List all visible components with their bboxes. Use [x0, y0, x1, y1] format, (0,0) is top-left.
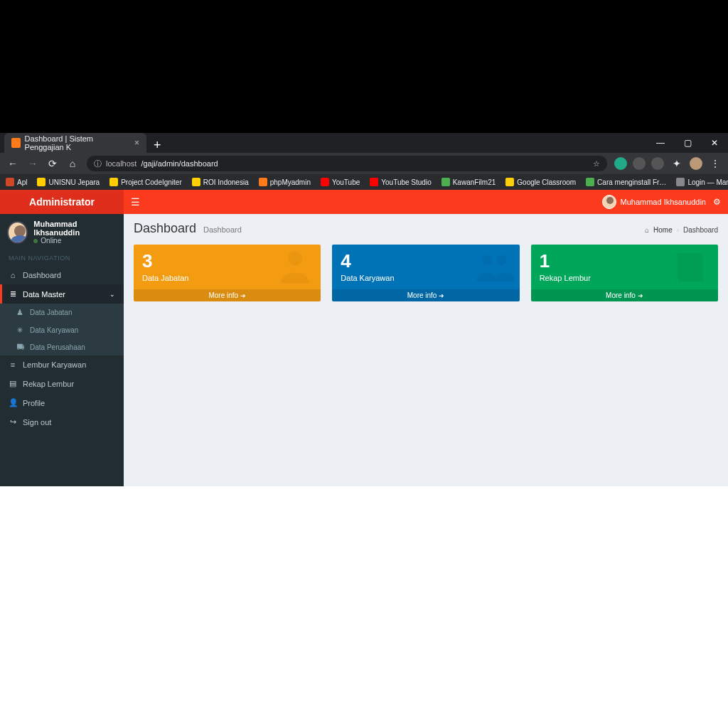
bookmark-item[interactable]: Google Classroom	[505, 178, 576, 186]
window-close-button[interactable]: ✕	[701, 133, 728, 153]
bookmark-favicon-icon	[37, 178, 46, 186]
browser-address-bar: ← → ⟳ ⌂ ⓘ localhost/gaji/admin/dashboard…	[0, 153, 728, 174]
star-icon[interactable]: ☆	[593, 159, 600, 168]
browser-tabbar: Dashboard | Sistem Penggajian K × +	[0, 133, 728, 153]
ext-icon[interactable]	[633, 157, 646, 170]
sidebar-item-label: Data Perusahaan	[30, 343, 85, 351]
url-input[interactable]: ⓘ localhost/gaji/admin/dashboard ☆	[87, 156, 607, 171]
info-icon: ⓘ	[94, 159, 102, 169]
home-icon: ⌂	[645, 226, 649, 234]
tab-title: Dashboard | Sistem Penggajian K	[25, 134, 130, 151]
url-path: /gaji/admin/dashboard	[141, 159, 218, 168]
menu-icon: ⛯	[16, 326, 24, 334]
browser-menu-icon[interactable]: ⋮	[707, 155, 724, 172]
sidebar-item-label: Data Master	[23, 290, 65, 299]
bookmark-favicon-icon	[321, 178, 329, 186]
extensions-icon[interactable]: ✦	[668, 155, 685, 172]
navbar-user-menu[interactable]: Muhammad Ikhsanuddin	[602, 195, 706, 209]
sidebar-username: Muhammad Ikhsanuddin	[33, 220, 117, 237]
menu-icon: ♟	[16, 308, 24, 317]
sidebar-item-data-master[interactable]: ≣Data Master⌄	[0, 284, 124, 304]
menu-icon: ⌂	[9, 271, 17, 279]
book-icon	[671, 246, 714, 289]
bookmark-item[interactable]: Login — Manajeme…	[676, 178, 728, 186]
more-info-link[interactable]: More info ➜	[531, 289, 718, 301]
bookmark-favicon-icon	[505, 178, 514, 186]
sidebar-item-label: Profile	[23, 399, 45, 407]
more-info-link[interactable]: More info ➜	[134, 289, 321, 301]
sidebar-item-sign-out[interactable]: ↪Sign out	[0, 412, 124, 432]
bookmark-favicon-icon	[586, 178, 594, 186]
nav-forward-icon[interactable]: →	[24, 155, 41, 172]
bookmark-favicon-icon	[192, 178, 200, 186]
browser-chrome: Dashboard | Sistem Penggajian K × + ― ▢ …	[0, 0, 728, 176]
bookmark-item[interactable]: phpMyadmin	[259, 178, 311, 186]
browser-tab-active[interactable]: Dashboard | Sistem Penggajian K ×	[4, 133, 146, 153]
breadcrumb: ⌂ Home › Dashboard	[645, 226, 718, 234]
sidebar-item-dashboard[interactable]: ⌂Dashboard	[0, 266, 124, 284]
nav-home-icon[interactable]: ⌂	[64, 155, 81, 172]
arrow-right-icon: ➜	[240, 292, 246, 299]
breadcrumb-current: Dashboard	[683, 226, 718, 234]
ext-icon[interactable]	[614, 157, 627, 170]
bookmark-item[interactable]: Apl	[6, 178, 27, 186]
sidebar-subitem-data-perusahaan[interactable]: ⛟Data Perusahaan	[0, 338, 124, 355]
bookmark-favicon-icon	[676, 178, 685, 186]
arrow-right-icon: ➜	[439, 292, 444, 299]
bookmark-favicon-icon	[441, 178, 450, 186]
breadcrumb-home[interactable]: Home	[653, 226, 673, 234]
nav-reload-icon[interactable]: ⟳	[44, 155, 61, 172]
chevron-down-icon: ⌄	[109, 291, 115, 298]
bookmark-item[interactable]: ROI Indonesia	[192, 178, 249, 186]
favicon-icon	[11, 138, 21, 148]
window-maximize-button[interactable]: ▢	[674, 133, 701, 153]
sidebar-item-rekap-lembur[interactable]: ▤Rekap Lembur	[0, 374, 124, 393]
page-title: Dashboard	[134, 221, 196, 236]
bookmark-item[interactable]: Project CodeIgniter	[109, 178, 182, 186]
users-icon	[473, 246, 515, 289]
new-tab-button[interactable]: +	[146, 138, 168, 153]
app-window: Administrator ☰ Muhammad Ikhsanuddin ⚙ M…	[0, 190, 728, 486]
menu-icon: ≡	[9, 360, 17, 369]
info-box-rekap-lembur: 1Rekap LemburMore info ➜	[531, 245, 718, 301]
bookmark-item[interactable]: Cara menginstall Fr…	[586, 178, 666, 186]
bookmark-favicon-icon	[6, 178, 14, 186]
avatar-icon	[7, 221, 28, 244]
bookmark-favicon-icon	[259, 178, 267, 186]
sidebar-item-profile[interactable]: 👤Profile	[0, 393, 124, 412]
sidebar-item-label: Lembur Karyawan	[23, 360, 86, 369]
arrow-right-icon: ➜	[638, 292, 643, 299]
sidebar-user-status: Online	[33, 237, 117, 245]
profile-avatar-icon[interactable]	[690, 157, 702, 170]
menu-icon: ↪	[9, 417, 17, 427]
doctor-icon	[274, 246, 316, 289]
navbar-username: Muhammad Ikhsanuddin	[621, 198, 706, 206]
bookmarks-bar: AplUNISNU JeparaProject CodeIgniterROI I…	[0, 174, 728, 190]
sidebar-subitem-data-karyawan[interactable]: ⛯Data Karyawan	[0, 321, 124, 338]
tab-close-icon[interactable]: ×	[134, 138, 139, 148]
ext-icon[interactable]	[651, 157, 664, 170]
sidebar-subitem-data-jabatan[interactable]: ♟Data Jabatan	[0, 304, 124, 321]
bookmark-item[interactable]: YouTube Studio	[370, 178, 431, 186]
bookmark-favicon-icon	[370, 178, 378, 186]
sidebar-user-panel: Muhammad Ikhsanuddin Online	[0, 214, 124, 250]
info-box-data-jabatan: 3Data JabatanMore info ➜	[134, 245, 321, 301]
sidebar-item-lembur-karyawan[interactable]: ≡Lembur Karyawan	[0, 355, 124, 374]
more-info-link[interactable]: More info ➜	[332, 289, 519, 301]
window-minimize-button[interactable]: ―	[647, 133, 674, 153]
avatar-icon	[602, 195, 616, 209]
bookmark-item[interactable]: YouTube	[321, 178, 360, 186]
page-header: Dashboard Dashboard ⌂ Home › Dashboard	[134, 221, 718, 236]
bookmark-item[interactable]: UNISNU Jepara	[37, 178, 100, 186]
bookmark-item[interactable]: KawanFilm21	[441, 178, 496, 186]
sidebar-item-label: Data Jabatan	[30, 309, 73, 316]
settings-icon[interactable]: ⚙	[713, 197, 721, 207]
sidebar-item-label: Dashboard	[23, 271, 61, 279]
nav-back-icon[interactable]: ←	[4, 155, 21, 172]
sidebar-toggle-icon[interactable]: ☰	[131, 196, 140, 208]
window-controls: ― ▢ ✕	[647, 133, 728, 153]
app-navbar: ☰ Muhammad Ikhsanuddin ⚙	[124, 190, 728, 214]
sidebar-item-label: Rekap Lembur	[23, 380, 74, 388]
bookmark-favicon-icon	[109, 178, 118, 186]
app-brand[interactable]: Administrator	[0, 190, 124, 214]
